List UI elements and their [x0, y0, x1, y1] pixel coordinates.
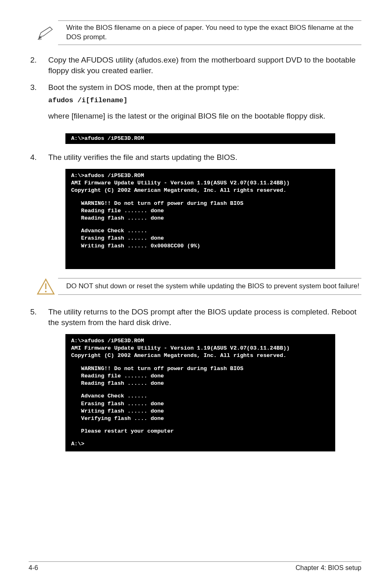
warning-text: DO NOT shut down or reset the system whi…	[58, 278, 361, 295]
pencil-note-icon	[34, 22, 58, 43]
terminal-line: AMI Firmware Update Utility - Version 1.…	[71, 180, 290, 186]
terminal-line: Verifying flash .... done	[71, 415, 164, 422]
terminal-line: Writing flash ...... done	[71, 408, 164, 414]
terminal-line: Copyright (C) 2002 American Megatrends, …	[71, 352, 287, 359]
terminal-line: Please restart your computer	[71, 428, 174, 434]
terminal-output-3: A:\>afudos /iP5E3D.ROM AMI Firmware Upda…	[65, 334, 335, 451]
terminal-line: Writing flash ...... 0x0008CC00 (9%)	[71, 243, 200, 249]
terminal-line: Advance Check ......	[71, 393, 147, 399]
terminal-line: Reading flash ...... done	[71, 215, 164, 221]
terminal-line: A:\>afudos /iP5E3D.ROM	[71, 173, 144, 179]
note-text: Write the BIOS filename on a piece of pa…	[58, 20, 361, 45]
terminal-line: Reading file ....... done	[71, 208, 164, 214]
page-footer: 4-6 Chapter 4: BIOS setup	[29, 561, 361, 572]
step-number: 2.	[29, 55, 48, 76]
terminal-line: WARNING!! Do not turn off power during f…	[71, 366, 243, 372]
step-number: 5.	[29, 307, 48, 328]
step-5: 5. The utility returns to the DOS prompt…	[29, 307, 361, 328]
step-number: 3.	[29, 82, 48, 128]
step-body: The utility returns to the DOS prompt af…	[48, 307, 361, 328]
step-text: Boot the system in DOS mode, then at the…	[48, 83, 239, 92]
command-text: afudos /i[filename]	[48, 96, 361, 105]
step-body: Copy the AFUDOS utility (afudos.exe) fro…	[48, 55, 361, 76]
step-2: 2. Copy the AFUDOS utility (afudos.exe) …	[29, 55, 361, 76]
step-3: 3. Boot the system in DOS mode, then at …	[29, 82, 361, 128]
chapter-title: Chapter 4: BIOS setup	[296, 564, 361, 572]
terminal-line: Erasing flash ...... done	[71, 401, 164, 407]
note-block: Write the BIOS filename on a piece of pa…	[29, 20, 361, 45]
terminal-line: WARNING!! Do not turn off power during f…	[71, 200, 243, 206]
terminal-line: A:\>afudos /iP5E3D.ROM	[71, 338, 144, 344]
terminal-line: Reading file ....... done	[71, 373, 164, 379]
terminal-output-2: A:\>afudos /iP5E3D.ROM AMI Firmware Upda…	[65, 169, 335, 269]
terminal-line: Copyright (C) 2002 American Megatrends, …	[71, 187, 287, 193]
terminal-line: AMI Firmware Update Utility - Version 1.…	[71, 345, 290, 351]
terminal-line: Erasing flash ...... done	[71, 235, 164, 241]
warning-triangle-icon	[34, 276, 58, 297]
page-number: 4-6	[29, 564, 38, 572]
warning-block: DO NOT shut down or reset the system whi…	[29, 276, 361, 297]
step-4: 4. The utility verifies the file and sta…	[29, 152, 361, 163]
terminal-line: Advance Check ......	[71, 228, 147, 234]
step-number: 4.	[29, 152, 48, 163]
terminal-line: A:\>	[71, 441, 84, 447]
terminal-output-1: A:\>afudos /iP5E3D.ROM	[65, 133, 335, 144]
step-body: The utility verifies the file and starts…	[48, 152, 361, 163]
terminal-line: A:\>afudos /iP5E3D.ROM	[71, 135, 144, 141]
step-body: Boot the system in DOS mode, then at the…	[48, 82, 361, 128]
svg-point-1	[45, 291, 47, 292]
terminal-line: Reading flash ...... done	[71, 380, 164, 386]
step-extra: where [filename] is the latest or the or…	[48, 111, 361, 122]
